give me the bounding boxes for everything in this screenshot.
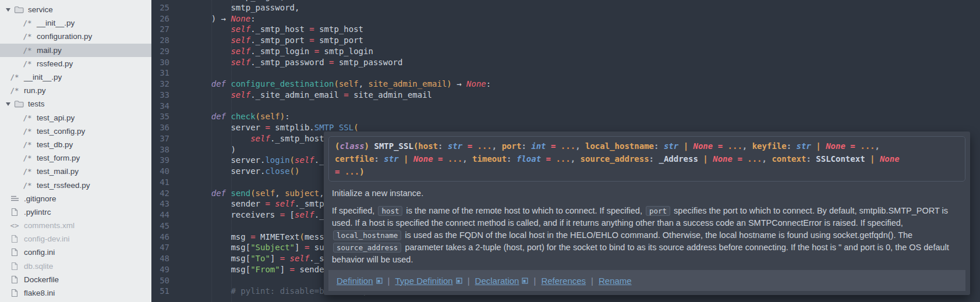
code-line-content: self._site_admin_email = site_admin_emai… (192, 90, 432, 100)
code-line-31[interactable]: 31 (151, 67, 980, 79)
doc-text: is the name of the remote host to which … (404, 206, 644, 215)
link-separator: | (591, 276, 593, 286)
line-number: 44 (151, 209, 169, 221)
code-line-35[interactable]: 35 def check(self): (151, 111, 980, 122)
tree-file-rssfeed-py[interactable]: /*rssfeed.py (0, 57, 151, 70)
tree-item-label: flake8.ini (24, 289, 55, 297)
line-number: 26 (151, 13, 169, 24)
tree-file-mail-py[interactable]: /*mail.py (0, 44, 151, 57)
definition-link[interactable]: Definition (337, 276, 383, 286)
python-file-icon: /* (22, 181, 33, 190)
line-number: 46 (151, 232, 169, 243)
rename-link[interactable]: Rename (599, 276, 632, 286)
tree-file--pylintrc[interactable]: .pylintrc (0, 205, 151, 219)
tree-file-test-mail-py[interactable]: /*test_mail.py (0, 165, 151, 178)
tree-folder-service[interactable]: service (0, 3, 151, 16)
code-line-content: msg["From"] = sender (192, 265, 329, 274)
tree-file-test-rssfeed-py[interactable]: /*test_rssfeed.py (0, 178, 151, 191)
tree-file--init-py[interactable]: /*__init__.py (0, 70, 151, 84)
code-line-33[interactable]: 33 self._site_admin_email = site_admin_e… (151, 90, 980, 101)
code-line-content: def configure_destination(self, site_adm… (192, 79, 491, 88)
open-in-window-icon (522, 278, 528, 284)
tooltip-actions: Definition|Type Definition|Declaration|R… (328, 270, 965, 291)
code-line-content: ) (192, 145, 236, 154)
folder-open-icon (13, 100, 24, 108)
doc-text: is used as the FQDN of the local host in… (402, 230, 912, 240)
declaration-link[interactable]: Declaration (475, 276, 529, 286)
python-file-icon: /* (22, 46, 33, 55)
code-line-34[interactable]: 34 (151, 101, 980, 112)
tree-file-flake8-ini[interactable]: flake8.ini (0, 286, 151, 300)
line-number: 38 (151, 144, 169, 155)
file-icon (9, 289, 20, 297)
tree-item-label: test_rssfeed.py (37, 181, 90, 190)
link-separator: | (388, 276, 390, 286)
python-file-icon: /* (9, 86, 20, 95)
inline-code-chip: host (378, 206, 402, 216)
tree-file-test-form-py[interactable]: /*test_form.py (0, 151, 151, 165)
docstring-paragraph: If specified, host is the name of the re… (332, 205, 962, 266)
file-icon (9, 275, 20, 284)
tree-file--gitignore[interactable]: .gitignore (0, 192, 151, 205)
code-line-29[interactable]: 29 self._smtp_login = smtp_login (151, 46, 980, 57)
tree-item-label: test_mail.py (37, 167, 79, 176)
code-line-content: def send(self, subject, (192, 189, 329, 198)
code-line-26[interactable]: 26 ) → None: (151, 13, 980, 24)
ide-window: { "colors": { "sidebar_bg": "#ebedee", "… (0, 0, 980, 302)
tree-file-db-sqlite[interactable]: db.sqlite (0, 260, 151, 273)
tree-file-config-dev-ini[interactable]: config-dev.ini (0, 232, 151, 246)
line-number: 36 (151, 122, 169, 133)
tree-item-label: db.sqlite (24, 262, 53, 271)
tree-item-label: tests (28, 100, 45, 108)
docstring-block: Initialize a new instance. If specified,… (328, 182, 965, 266)
chevron-expanded-icon[interactable] (6, 8, 10, 12)
tree-item-label: config.ini (24, 248, 55, 257)
file-explorer-sidebar: service/*__init__.py/*configuration.py/*… (0, 0, 151, 302)
tree-file-run-py[interactable]: /*run.py (0, 84, 151, 97)
line-number: 41 (151, 177, 169, 188)
tree-file-dockerfile[interactable]: Dockerfile (0, 273, 151, 286)
chevron-expanded-icon[interactable] (6, 102, 10, 106)
code-line-content: self._smtp_password = smtp_password (192, 58, 402, 67)
file-icon (9, 208, 20, 216)
signature-block: (class) SMTP_SSL(host: str = ..., port: … (328, 136, 965, 182)
code-line-content: server = smtplib.SMTP_SSL( (192, 123, 359, 132)
references-link[interactable]: References (541, 276, 586, 286)
code-line-25[interactable]: 25 smtp_password, (151, 2, 980, 13)
line-number: 43 (151, 198, 169, 209)
tree-item-label: .pylintrc (24, 208, 51, 216)
file-icon (9, 235, 20, 243)
line-number: 51 (151, 286, 169, 297)
tree-file-configuration-py[interactable]: /*configuration.py (0, 30, 151, 43)
code-line-28[interactable]: 28 self._smtp_port = smtp_port (151, 35, 980, 46)
file-icon (9, 248, 20, 257)
docstring-intro: Initialize a new instance. (332, 187, 962, 200)
tree-item-label: __init__.py (37, 19, 75, 27)
code-line-content: receivers = [self._s (192, 210, 329, 219)
tree-item-label: test_form.py (37, 154, 80, 162)
code-line-32[interactable]: 32 def configure_destination(self, site_… (151, 79, 980, 90)
tree-file-test-api-py[interactable]: /*test_api.py (0, 111, 151, 125)
type-definition-link[interactable]: Type Definition (395, 276, 462, 286)
open-in-window-icon (456, 278, 462, 284)
tree-file--init-py[interactable]: /*__init__.py (0, 16, 151, 30)
code-line-27[interactable]: 27 self._smtp_host = smtp_host (151, 24, 980, 35)
doc-text: If specified, (332, 206, 377, 215)
tree-file-test-config-py[interactable]: /*test_config.py (0, 125, 151, 138)
signature-line: certfile: str | None = ..., timeout: flo… (335, 152, 959, 165)
tree-folder-tests[interactable]: tests (0, 97, 151, 111)
code-line-content: server.close() (192, 166, 299, 176)
code-line-content: def check(self): (192, 112, 290, 121)
code-line-content: smtp_login, (192, 0, 285, 1)
tree-item-label: .gitignore (24, 194, 56, 203)
line-number: 25 (151, 2, 169, 13)
code-line-content: self._smtp_host, (192, 134, 329, 143)
python-file-icon: /* (22, 154, 33, 162)
python-file-icon: /* (22, 32, 33, 41)
code-line-30[interactable]: 30 self._smtp_password = smtp_password (151, 57, 980, 68)
line-number: 32 (151, 79, 169, 90)
tree-file-test-db-py[interactable]: /*test_db.py (0, 138, 151, 151)
tree-item-label: Dockerfile (24, 275, 59, 284)
tree-file-config-ini[interactable]: config.ini (0, 246, 151, 259)
tree-file-comments-xml[interactable]: <>comments.xml (0, 219, 151, 232)
